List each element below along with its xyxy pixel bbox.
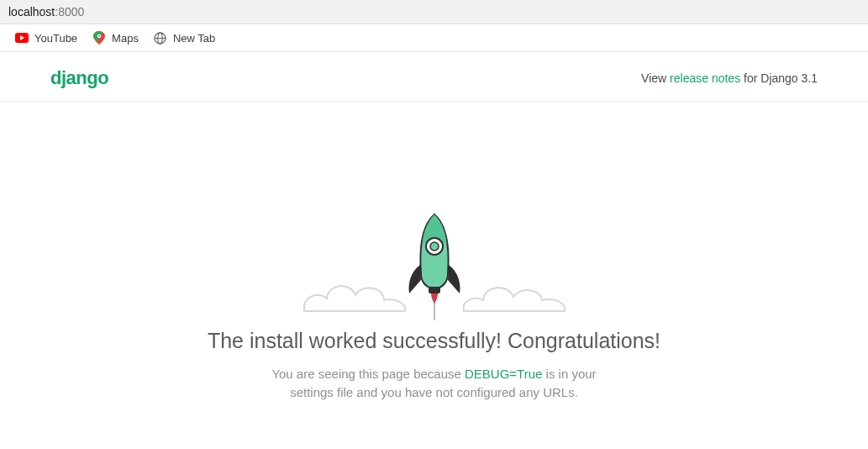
bookmark-newtab[interactable]: New Tab [154, 31, 215, 45]
django-logo: django [50, 67, 108, 89]
bookmark-label: Maps [112, 32, 139, 45]
debug-flag: DEBUG=True [465, 367, 542, 381]
release-prefix: View [641, 71, 670, 85]
bookmarks-bar: YouTube Maps New Tab [0, 24, 868, 52]
page-header: django View release notes for Django 3.1 [0, 52, 868, 102]
release-suffix: for Django 3.1 [740, 71, 818, 85]
rocket-icon [406, 213, 463, 305]
release-notes-text: View release notes for Django 3.1 [641, 71, 818, 85]
svg-point-3 [98, 35, 100, 37]
svg-rect-9 [429, 287, 440, 293]
headline: The install worked successfully! Congrat… [0, 329, 868, 353]
subtext: You are seeing this page because DEBUG=T… [258, 365, 611, 402]
bookmark-label: New Tab [173, 32, 215, 45]
maps-icon [92, 31, 106, 45]
youtube-icon [15, 31, 29, 45]
address-bar[interactable]: localhost:8000 [0, 0, 868, 24]
rocket-illustration [300, 194, 569, 320]
release-notes-link[interactable]: release notes [670, 71, 740, 85]
url-host: localhost [8, 5, 55, 18]
cloud-icon [300, 273, 409, 312]
url-port: :8000 [55, 5, 84, 18]
cloud-icon [460, 273, 569, 312]
bookmark-label: YouTube [34, 32, 77, 45]
welcome-main: The install worked successfully! Congrat… [0, 102, 868, 402]
bookmark-youtube[interactable]: YouTube [15, 31, 77, 45]
bookmark-maps[interactable]: Maps [92, 31, 139, 45]
globe-icon [154, 31, 167, 45]
svg-point-8 [430, 242, 439, 251]
subtext-part1: You are seeing this page because [271, 367, 465, 381]
